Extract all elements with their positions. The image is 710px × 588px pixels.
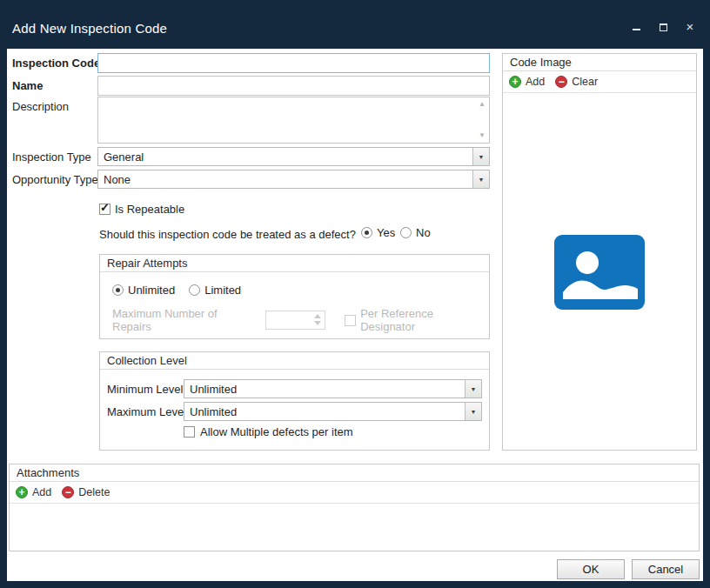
add-inspection-code-dialog: Add New Inspection Code × Inspection Cod… — [0, 0, 710, 588]
scroll-up-icon[interactable]: ▲ — [479, 101, 486, 108]
allow-multiple-option: Allow Multiple defects per item — [184, 425, 353, 438]
check-icon: ✓ — [100, 201, 110, 214]
window-controls: × — [630, 21, 696, 33]
maximum-level-dropdown-button[interactable]: ▼ — [465, 403, 481, 420]
defect-yes-label: Yes — [377, 226, 395, 239]
name-input[interactable] — [97, 76, 490, 96]
clear-icon: − — [555, 76, 567, 88]
defect-yes-option: Yes — [361, 226, 395, 239]
titlebar[interactable]: Add New Inspection Code × — [0, 0, 710, 49]
ok-button[interactable]: OK — [557, 559, 625, 579]
max-repairs-row: Maximum Number of Repairs Per Reference … — [112, 307, 489, 333]
cancel-button[interactable]: Cancel — [632, 559, 700, 579]
maximize-glyph — [660, 23, 667, 31]
add-label: Add — [32, 486, 51, 498]
clear-label: Clear — [572, 76, 598, 88]
attachments-title: Attachments — [10, 464, 699, 482]
maximize-icon[interactable] — [657, 21, 669, 33]
allow-multiple-label: Allow Multiple defects per item — [200, 425, 353, 438]
per-reference-checkbox[interactable] — [345, 315, 356, 326]
add-icon: + — [16, 486, 28, 498]
inspection-type-label: Inspection Type — [12, 150, 91, 164]
repair-attempts-panel: Repair Attempts Unlimited Limited Maximu… — [99, 254, 490, 339]
maximum-level-value: Unlimited — [190, 405, 237, 418]
inspection-code-label: Inspection Code — [12, 57, 100, 70]
stepper-down-icon[interactable] — [314, 321, 321, 325]
description-field-wrap: ▲ ▼ — [97, 97, 490, 144]
image-placeholder-icon — [554, 235, 645, 310]
scroll-down-icon[interactable]: ▼ — [479, 132, 486, 139]
attachments-add-button[interactable]: + Add — [16, 486, 51, 498]
minimum-level-dropdown-button[interactable]: ▼ — [465, 380, 481, 398]
opportunity-type-dropdown-button[interactable]: ▼ — [472, 170, 489, 188]
inspection-code-input[interactable] — [97, 53, 490, 73]
stepper-up-icon[interactable] — [314, 314, 321, 318]
max-repairs-label: Maximum Number of Repairs — [112, 307, 257, 333]
unlimited-option: Unlimited — [112, 284, 175, 297]
collection-level-panel: Collection Level Minimum Level Unlimited… — [99, 351, 490, 451]
minimum-level-value: Unlimited — [190, 383, 237, 396]
code-image-add-button[interactable]: + Add — [509, 76, 545, 88]
code-image-title: Code Image — [503, 54, 696, 71]
limited-label: Limited — [204, 284, 241, 297]
attachments-toolbar: + Add − Delete — [10, 482, 699, 504]
allow-multiple-checkbox[interactable] — [184, 426, 195, 438]
name-label: Name — [12, 79, 43, 92]
opportunity-type-dropdown[interactable]: None ▼ — [97, 170, 490, 189]
defect-no-radio[interactable] — [400, 227, 412, 238]
unlimited-label: Unlimited — [128, 284, 175, 297]
description-input[interactable] — [98, 97, 489, 143]
is-repeatable-option: ✓ Is Repeatable — [99, 203, 184, 216]
limited-option: Limited — [189, 284, 241, 297]
attachments-panel: Attachments + Add − Delete — [9, 464, 700, 551]
per-reference-option: Per Reference Designator — [345, 307, 489, 333]
minimum-level-label: Minimum Level — [107, 383, 183, 396]
minimize-glyph — [633, 29, 640, 30]
chevron-down-icon: ▼ — [479, 177, 485, 183]
window-title: Add New Inspection Code — [12, 21, 167, 36]
code-image-preview-area — [503, 94, 696, 450]
code-image-toolbar: + Add − Clear — [503, 71, 696, 93]
chevron-down-icon: ▼ — [471, 386, 477, 392]
attachments-list[interactable] — [10, 504, 699, 551]
minimum-level-dropdown[interactable]: Unlimited ▼ — [184, 379, 482, 398]
defect-yes-radio[interactable] — [361, 227, 372, 238]
description-label: Description — [12, 100, 69, 113]
delete-label: Delete — [78, 486, 110, 498]
radio-dot — [365, 231, 369, 235]
code-image-clear-button[interactable]: − Clear — [555, 76, 598, 88]
stepper-arrows — [314, 314, 321, 325]
inspection-type-value: General — [104, 150, 144, 164]
maximum-level-label: Maximum Level — [107, 405, 186, 418]
defect-no-option: No — [400, 226, 431, 239]
close-icon[interactable]: × — [684, 21, 696, 33]
chevron-down-icon: ▼ — [471, 409, 477, 415]
defect-question-text: Should this inspection code be treated a… — [99, 228, 356, 241]
collection-level-title: Collection Level — [100, 352, 489, 370]
per-reference-label: Per Reference Designator — [360, 307, 489, 333]
radio-dot — [116, 288, 120, 292]
is-repeatable-checkbox[interactable]: ✓ — [99, 204, 111, 215]
dialog-content: Inspection Code Name Description ▲ ▼ Ins… — [7, 49, 703, 581]
maximum-level-dropdown[interactable]: Unlimited ▼ — [184, 402, 482, 421]
add-label: Add — [526, 76, 545, 88]
defect-no-label: No — [416, 226, 431, 239]
max-repairs-stepper[interactable] — [265, 311, 325, 330]
minimize-icon[interactable] — [630, 21, 642, 33]
repair-attempts-options: Unlimited Limited — [112, 284, 241, 297]
add-icon: + — [509, 76, 521, 88]
inspection-type-dropdown-button[interactable]: ▼ — [472, 148, 489, 165]
delete-icon: − — [62, 486, 74, 498]
opportunity-type-label: Opportunity Type — [12, 173, 98, 186]
is-repeatable-label: Is Repeatable — [115, 203, 184, 216]
repair-attempts-title: Repair Attempts — [100, 255, 489, 272]
limited-radio[interactable] — [189, 284, 200, 296]
inspection-type-dropdown[interactable]: General ▼ — [97, 147, 490, 166]
chevron-down-icon: ▼ — [479, 154, 485, 160]
opportunity-type-value: None — [104, 173, 131, 186]
unlimited-radio[interactable] — [112, 284, 124, 296]
code-image-panel: Code Image + Add − Clear — [502, 53, 697, 451]
attachments-delete-button[interactable]: − Delete — [62, 486, 110, 498]
